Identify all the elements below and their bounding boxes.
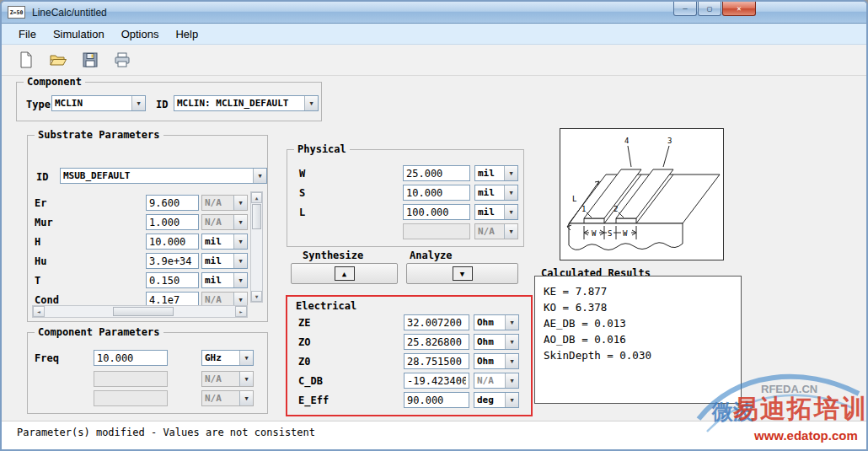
param-value-input[interactable] (404, 353, 469, 369)
component-id-combo[interactable]: MCLIN: MCLIN_DEFAULT ▼ (174, 95, 319, 111)
unit-combo[interactable]: mil ▼ (201, 253, 248, 269)
param-label: T (35, 275, 40, 287)
window-title: LineCalc/untitled (32, 7, 107, 19)
unit-combo[interactable]: mil ▼ (201, 272, 248, 288)
param-value-input[interactable] (146, 272, 199, 288)
menu-file[interactable]: File (10, 25, 45, 43)
electrical-row-cdb: C_DB N/A ▼ (287, 373, 531, 389)
param-value-input[interactable] (146, 253, 199, 269)
menu-help[interactable]: Help (167, 25, 206, 43)
freq-value-input[interactable] (94, 350, 168, 366)
substrate-group-label: Substrate Parameters (35, 129, 163, 141)
chevron-down-icon: ▼ (504, 224, 517, 239)
unit-combo: N/A ▼ (474, 223, 518, 239)
electrical-row-zo: ZO Ohm ▼ (287, 334, 531, 351)
component-param-row: N/A ▼ (28, 371, 267, 388)
electrical-row-ze: ZE Ohm ▼ (287, 314, 531, 331)
unit-combo[interactable]: N/A ▼ (474, 373, 519, 389)
maximize-icon: ▢ (707, 4, 711, 13)
physical-row-w: W mil ▼ (287, 165, 523, 182)
param-value-input[interactable] (403, 204, 470, 220)
open-button[interactable] (47, 49, 69, 71)
param-value-input[interactable] (404, 314, 469, 330)
synthesize-button[interactable]: ▲ (291, 263, 398, 284)
menu-bar: File Simulation Options Help (2, 24, 866, 45)
param-label: C_DB (298, 375, 323, 387)
component-param-row: N/A ▼ (28, 390, 267, 407)
substrate-horizontal-scrollbar[interactable]: ◄ ► (32, 305, 248, 318)
electrical-row-z0: Z0 Ohm ▼ (287, 353, 531, 370)
param-label: Z0 (298, 356, 310, 368)
save-button[interactable] (79, 49, 101, 71)
menu-options[interactable]: Options (113, 25, 168, 43)
dim-l-label: L (572, 195, 576, 203)
scroll-up-button[interactable]: ▲ (251, 192, 262, 203)
menu-simulation[interactable]: Simulation (45, 25, 113, 43)
param-label: Er (35, 197, 46, 209)
minimize-button[interactable]: — (673, 2, 697, 16)
chevron-down-icon: ▼ (233, 196, 247, 210)
param-value-input[interactable] (146, 214, 199, 230)
chevron-down-icon: ▼ (131, 96, 145, 110)
param-value-input[interactable] (404, 392, 469, 408)
scroll-down-button[interactable]: ▼ (251, 291, 262, 302)
dim-w2-label: W (623, 229, 628, 238)
scroll-left-button[interactable]: ◄ (33, 306, 45, 317)
chevron-down-icon: ▼ (505, 354, 518, 368)
analyze-button[interactable]: ▼ (406, 263, 518, 284)
result-line: AO_DB = 0.016 (544, 331, 732, 347)
unit-combo[interactable]: mil ▼ (474, 185, 518, 201)
param-value-input[interactable] (146, 195, 199, 211)
substrate-row-t: T mil ▼ (28, 272, 267, 289)
param-value-input[interactable] (403, 165, 470, 181)
scrollbar-thumb[interactable] (252, 204, 261, 229)
scrollbar-thumb[interactable] (113, 307, 174, 316)
chevron-down-icon: ▼ (239, 391, 253, 405)
chevron-down-icon: ▼ (233, 234, 247, 249)
print-button[interactable] (111, 49, 133, 71)
title-bar[interactable]: Z=50 LineCalc/untitled — ▢ ✕ (2, 2, 866, 24)
result-line: KE = 7.877 (544, 283, 732, 299)
unit-combo[interactable]: mil ▼ (474, 204, 518, 220)
unit-combo[interactable]: Ohm ▼ (474, 334, 519, 350)
status-bar: Parameter(s) modified - Values are not c… (2, 421, 866, 449)
unit-combo[interactable]: N/A ▼ (201, 214, 248, 230)
substrate-group: Substrate Parameters ID MSUB_DEFAULT ▼ E… (27, 135, 268, 322)
maximize-button[interactable]: ▢ (698, 2, 721, 16)
substrate-row-er: Er N/A ▼ (28, 195, 267, 212)
scroll-left-icon: ◄ (37, 309, 40, 314)
close-button[interactable]: ✕ (722, 2, 756, 16)
param-value-input[interactable] (146, 234, 199, 250)
freq-unit-combo[interactable]: GHz ▼ (201, 350, 254, 366)
app-icon: Z=50 (8, 6, 25, 19)
component-type-combo[interactable]: MCLIN ▼ (51, 95, 146, 111)
unit-combo[interactable]: Ohm ▼ (474, 314, 519, 330)
component-parameters-group: Component Parameters Freq GHz ▼ N/A ▼ (27, 332, 268, 414)
calculated-results-box: KE = 7.877 KO = 6.378 AE_DB = 0.013 AO_D… (534, 276, 742, 404)
mclin-structure-diagram: W S W L 4 3 1 2 (560, 128, 724, 260)
param-value-input[interactable] (404, 373, 469, 389)
close-icon: ✕ (737, 4, 741, 13)
chevron-down-icon: ▼ (239, 372, 253, 386)
port1-label: 1 (581, 205, 586, 213)
analyze-label: Analyze (410, 250, 453, 261)
unit-combo[interactable]: mil ▼ (474, 165, 518, 181)
scroll-right-button[interactable]: ► (235, 306, 247, 317)
chevron-down-icon: ▼ (504, 166, 517, 180)
unit-combo: N/A ▼ (201, 390, 254, 406)
substrate-id-combo[interactable]: MSUB_DEFAULT ▼ (60, 168, 267, 184)
result-line: KO = 6.378 (544, 299, 732, 315)
unit-combo[interactable]: Ohm ▼ (474, 353, 519, 369)
physical-row-l: L mil ▼ (287, 204, 523, 221)
param-value-input[interactable] (404, 334, 469, 350)
unit-combo[interactable]: N/A ▼ (201, 195, 248, 211)
chevron-down-icon: ▼ (233, 254, 247, 268)
new-button[interactable] (15, 49, 37, 71)
unit-combo[interactable]: mil ▼ (201, 234, 248, 250)
param-value-input[interactable] (403, 185, 470, 201)
scroll-up-icon: ▲ (255, 195, 259, 201)
unit-combo[interactable]: deg ▼ (474, 392, 519, 408)
physical-row-s: S mil ▼ (287, 185, 523, 201)
chevron-down-icon: ▼ (505, 335, 518, 349)
substrate-vertical-scrollbar[interactable]: ▲ ▼ (250, 191, 263, 303)
